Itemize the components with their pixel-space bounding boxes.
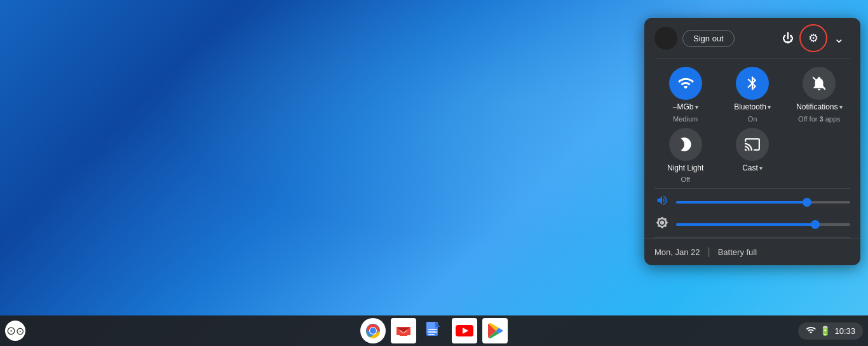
night-light-label: Night Light xyxy=(667,163,703,174)
battery-tray-icon: 🔋 xyxy=(820,326,831,336)
launcher-button[interactable]: ⊙ xyxy=(5,321,25,341)
brightness-slider-row xyxy=(654,216,850,232)
bluetooth-label: Bluetooth xyxy=(734,102,766,113)
sliders-section xyxy=(644,189,860,237)
night-light-toggle[interactable]: Night Light Off xyxy=(654,128,716,184)
quick-settings-panel: Sign out ⏻ ⚙ ⌄ xyxy=(644,18,860,265)
collapse-button[interactable]: ⌄ xyxy=(827,27,850,50)
bluetooth-toggle[interactable]: Bluetooth ▾ On xyxy=(721,67,783,123)
cast-sublabel xyxy=(751,176,753,183)
power-icon: ⏻ xyxy=(782,32,794,45)
avatar xyxy=(654,27,677,50)
play-store-app-icon[interactable] xyxy=(482,318,508,343)
brightness-slider-fill xyxy=(676,223,815,226)
footer-separator: | xyxy=(708,246,710,258)
cast-label: Cast xyxy=(742,163,758,174)
toggles-row-1: –MGb ▾ Medium Bluetooth ▾ xyxy=(654,67,850,123)
time-display: 10:33 xyxy=(834,326,855,336)
youtube-app-icon[interactable] xyxy=(452,318,477,343)
wifi-tray-icon xyxy=(806,325,816,337)
taskbar-apps xyxy=(360,318,508,343)
desktop: Sign out ⏻ ⚙ ⌄ xyxy=(0,0,868,346)
cast-toggle[interactable]: Cast ▾ xyxy=(721,128,783,184)
settings-button[interactable]: ⚙ xyxy=(802,27,825,50)
bluetooth-sublabel: On xyxy=(748,115,757,123)
taskbar: ⊙ xyxy=(0,315,868,346)
chevron-down-icon: ⌄ xyxy=(834,31,844,46)
volume-slider-fill xyxy=(676,201,807,204)
wifi-toggle[interactable]: –MGb ▾ Medium xyxy=(654,67,716,123)
wifi-label-row: –MGb ▾ xyxy=(673,102,698,113)
brightness-slider-track[interactable] xyxy=(676,223,850,226)
battery-status: Battery full xyxy=(718,247,757,257)
quick-settings-header: Sign out ⏻ ⚙ ⌄ xyxy=(644,18,860,59)
svg-rect-14 xyxy=(428,334,435,335)
sign-out-button[interactable]: Sign out xyxy=(682,30,735,47)
notifications-toggle-icon xyxy=(803,67,836,100)
wifi-toggle-icon xyxy=(669,67,702,100)
wifi-label: –MGb xyxy=(673,102,694,113)
bluetooth-arrow-icon: ▾ xyxy=(768,104,771,111)
volume-slider-thumb xyxy=(803,198,811,207)
power-button[interactable]: ⏻ xyxy=(776,27,799,50)
launcher-icon: ⊙ xyxy=(16,325,24,337)
settings-icon: ⚙ xyxy=(808,31,818,45)
cast-label-row: Cast ▾ xyxy=(742,163,763,174)
bluetooth-toggle-icon xyxy=(736,67,769,100)
wifi-sublabel: Medium xyxy=(673,115,698,123)
brightness-slider-thumb xyxy=(811,220,820,229)
quick-settings-footer: Mon, Jan 22 | Battery full xyxy=(644,238,860,265)
notifications-arrow-icon: ▾ xyxy=(839,104,843,111)
system-tray[interactable]: 🔋 10:33 xyxy=(798,322,863,340)
cast-toggle-icon xyxy=(736,128,769,161)
gmail-app-icon[interactable] xyxy=(391,318,416,343)
svg-point-4 xyxy=(370,328,376,334)
toggles-row-2: Night Light Off Cast ▾ xyxy=(654,128,850,184)
volume-icon xyxy=(654,194,670,210)
svg-marker-11 xyxy=(435,322,440,327)
header-icons: ⏻ ⚙ ⌄ xyxy=(776,27,850,50)
svg-rect-12 xyxy=(428,329,437,330)
brightness-icon xyxy=(654,216,670,232)
night-light-sublabel: Off xyxy=(681,176,689,183)
night-light-toggle-icon xyxy=(669,128,702,161)
bluetooth-label-row: Bluetooth ▾ xyxy=(734,102,771,113)
notifications-toggle[interactable]: Notifications ▾ Off for 3 apps xyxy=(789,67,850,123)
notifications-label: Notifications xyxy=(796,102,837,113)
taskbar-left: ⊙ xyxy=(5,321,25,341)
docs-app-icon[interactable] xyxy=(421,318,447,343)
taskbar-right: 🔋 10:33 xyxy=(798,322,863,340)
notifications-label-row: Notifications ▾ xyxy=(796,102,842,113)
svg-rect-13 xyxy=(428,331,437,333)
volume-slider-track[interactable] xyxy=(676,201,850,204)
wifi-arrow-icon: ▾ xyxy=(695,104,698,111)
notifications-sublabel: Off for 3 apps xyxy=(798,115,840,123)
chrome-app-icon[interactable] xyxy=(360,318,386,343)
volume-slider-row xyxy=(654,194,850,210)
date-text: Mon, Jan 22 xyxy=(654,247,700,257)
cast-arrow-icon: ▾ xyxy=(759,165,763,172)
